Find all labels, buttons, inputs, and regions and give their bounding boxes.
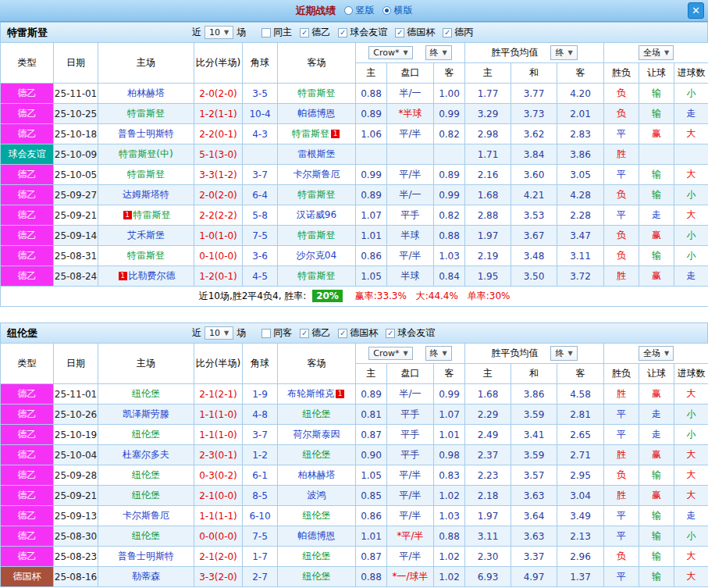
col-header-date: 日期 [54,344,98,384]
filter-checkbox[interactable]: ✓球会友谊 [338,26,387,39]
asian-handicap-line: *平/半 [387,526,434,547]
filter-checkbox[interactable]: ✓德乙 [300,26,330,39]
home-team-cell: 纽伦堡 [98,465,194,486]
euro-home-odds: 3.29 [465,104,511,124]
home-team-cell: 纽伦堡 [98,526,194,547]
euro-home-odds: 1.68 [465,384,511,404]
asian-away-odds: 1.07 [434,404,465,425]
result-wdl-cell: 胜 [604,144,639,165]
team-link: 帕德博恩 [298,530,336,541]
result-handicap-cell: 赢 [639,124,674,144]
euro-home-odds: 1.97 [465,226,511,246]
asian-handicap-line: 半/一 [387,384,434,404]
result-goals-cell: 小 [674,226,708,246]
summary-stat-single: 单率:30% [468,290,511,301]
red-card-badge: 1 [119,272,127,280]
radio-icon [344,6,353,15]
final-euro-dropdown[interactable]: 终 ▼ [550,346,577,361]
team-link: 荷尔斯泰因 [294,429,340,440]
filter-checkbox[interactable]: ✓德国杯 [338,326,378,340]
layout-option-1[interactable]: 横版 [382,4,413,17]
asian-home-odds: 0.88 [356,84,387,104]
team-link: 纽伦堡 [303,571,331,582]
result-goals-cell: 小 [674,185,708,205]
col-header-home: 主场 [98,344,194,384]
sub-header: 进球数 [674,364,708,384]
score-cell: 0-3(0-2) [194,465,243,486]
checkbox-checked-icon: ✓ [386,329,395,338]
close-button[interactable]: ✕ [688,2,704,19]
layout-option-0[interactable]: 竖版 [344,4,375,17]
chevron-down-icon: ▼ [664,49,669,56]
team-link: 特雷斯登(中) [119,148,173,159]
match-date: 25-10-04 [54,445,98,465]
result-handicap-cell: 走 [639,205,674,226]
fulltime-dropdown[interactable]: 全场 ▼ [639,346,674,361]
team-link: 汉诺威96 [297,209,336,220]
corner-cell: 10-4 [243,104,278,124]
sub-header: 胜负 [604,63,639,84]
home-team-cell: 特雷斯登 [98,104,194,124]
away-team-cell: 特雷斯登 [278,84,356,104]
euro-draw-odds: 3.63 [511,486,557,506]
away-team-cell: 卡尔斯鲁厄 [278,165,356,185]
match-date: 25-11-01 [54,84,98,104]
match-row: 德乙25-10-25特雷斯登1-2(1-1)10-4帕德博恩0.89*半球0.9… [1,104,708,124]
result-goals-cell: 大 [674,205,708,226]
result-handicap-cell: 输 [639,526,674,547]
filter-checkbox[interactable]: ✓德国杯 [395,26,435,39]
asian-handicap-line: *一/球半 [387,567,434,587]
filter-checkbox[interactable]: 同主 [261,26,292,39]
final-odds-dropdown[interactable]: 终 ▼ [425,45,452,60]
match-row: 德乙25-09-211特雷斯登2-2(2-2)5-8汉诺威961.07平手0.8… [1,205,708,226]
filter-checkbox[interactable]: 同客 [261,326,292,340]
euro-draw-odds: 3.77 [511,84,557,104]
filter-checkbox-label: 德乙 [311,326,330,340]
odds-source-dropdown[interactable]: Crow* ▼ [368,347,412,360]
filter-checkbox[interactable]: ✓德乙 [300,326,330,340]
odds-source-dropdown[interactable]: Crow* ▼ [368,46,412,59]
filter-checkbox[interactable]: ✓德丙 [443,26,473,39]
asian-away-odds: 1.02 [434,486,465,506]
match-count-dropdown[interactable]: 10 ▼ [205,326,233,340]
asian-handicap-line: 半/一 [387,185,434,205]
team-link: 勒蒂森 [132,571,160,582]
match-date: 25-08-16 [54,567,98,587]
euro-away-odds: 3.05 [557,165,604,185]
asian-handicap-line: 平/半 [387,465,434,486]
score-cell: 2-1(2-1) [194,384,243,404]
match-date: 25-09-21 [54,205,98,226]
layout-option-label: 竖版 [356,4,375,17]
result-handicap-cell: 输 [639,506,674,526]
euro-draw-odds: 3.86 [511,384,557,404]
league-type-badge: 德乙 [1,246,54,266]
asian-away-odds: 1.01 [434,425,465,445]
home-team-cell: 普鲁士明斯特 [98,547,194,567]
matches-table: 类型 日期 主场 比分(半场) 角球 客场 Crow* ▼ 终 [0,42,708,307]
asian-away-odds: 0.84 [434,266,465,287]
match-row: 德乙25-10-18普鲁士明斯特2-2(0-1)4-3特雷斯登11.06平/半0… [1,124,708,144]
asian-away-odds: 1.02 [434,547,465,567]
layout-option-label: 横版 [394,4,413,17]
asian-handicap-line: 平手 [387,404,434,425]
result-wdl-cell: 平 [604,205,639,226]
euro-away-odds: 3.72 [557,266,604,287]
home-team-cell: 特雷斯登(中) [98,144,194,165]
asian-home-odds: 0.90 [356,445,387,465]
final-euro-dropdown[interactable]: 终 ▼ [550,45,577,60]
league-type-badge: 德乙 [1,165,54,185]
score-cell: 3-3(1-2) [194,165,243,185]
team-link: 特雷斯登 [292,128,329,139]
fulltime-dropdown[interactable]: 全场 ▼ [639,45,674,60]
home-team-cell: 凯泽斯劳滕 [98,404,194,425]
filter-checkbox[interactable]: ✓球会友谊 [386,326,435,340]
team-link: 凯泽斯劳滕 [123,408,169,419]
score-cell: 2-2(2-2) [194,205,243,226]
euro-away-odds: 2.71 [557,445,604,465]
asian-handicap-line: 平/半 [387,506,434,526]
checkbox-checked-icon: ✓ [338,329,347,338]
sub-header: 客 [557,364,604,384]
euro-draw-odds: 3.48 [511,246,557,266]
final-odds-dropdown[interactable]: 终 ▼ [425,346,452,361]
match-count-dropdown[interactable]: 10 ▼ [205,26,233,39]
